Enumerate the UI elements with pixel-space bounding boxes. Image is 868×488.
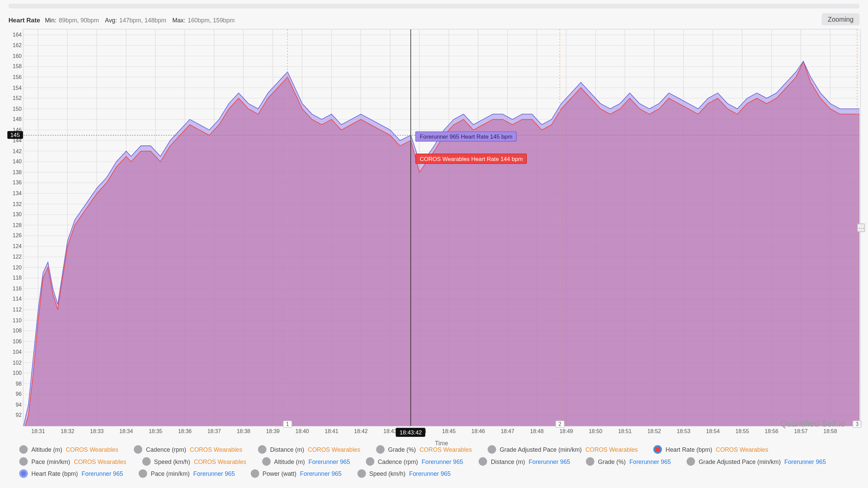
legend-dot-icon <box>357 469 366 478</box>
y-tick-label: 102 <box>13 360 22 366</box>
chart-plot-area[interactable]: 9294969810010210410610811011211411611812… <box>23 29 860 426</box>
legend-item[interactable]: Distance (m) COROS Wearables <box>257 445 361 454</box>
x-tick-label: 18:58 <box>824 428 837 434</box>
cursor-time-badge: 18:43:42 <box>396 428 426 437</box>
legend-dot-icon <box>376 445 384 454</box>
legend-item[interactable]: Power (watt) Forerunner 965 <box>249 469 343 478</box>
y-tick-label: 96 <box>16 391 22 397</box>
legend-metric-label: Heart Rate (bpm) <box>31 470 78 477</box>
legend-item[interactable]: Pace (min/km) COROS Wearables <box>18 457 127 466</box>
legend-item[interactable]: Altitude (m) COROS Wearables <box>18 445 119 454</box>
y-tick-label: 130 <box>13 211 22 218</box>
zoom-mode-button[interactable]: Zooming <box>822 13 860 25</box>
tooltip-forerunner: Forerunner 965 Heart Rate 145 bpm <box>416 131 517 142</box>
y-tick-label: 124 <box>13 243 22 249</box>
legend-source-label: COROS Wearables <box>74 458 126 465</box>
legend-item[interactable]: Grade (%) COROS Wearables <box>375 445 473 454</box>
legend-metric-label: Speed (km/h) <box>369 470 406 477</box>
x-tick-label: 18:41 <box>325 428 338 434</box>
y-tick-label: 92 <box>16 412 22 419</box>
legend-dot-icon <box>586 457 594 466</box>
x-tick-label: 18:42 <box>354 428 368 434</box>
y-tick-label: 156 <box>13 74 22 80</box>
min-value: 89bpm, 90bpm <box>59 17 99 23</box>
y-tick-label: 138 <box>13 169 22 175</box>
legend-source-label: Forerunner 965 <box>409 470 451 477</box>
legend-item[interactable]: Altitude (m) Forerunner 965 <box>261 457 351 466</box>
legend-source-label: COROS Wearables <box>194 458 246 465</box>
y-tick-label: 134 <box>13 190 22 197</box>
legend-dot-icon <box>488 445 496 454</box>
x-tick-label: 18:49 <box>559 428 573 434</box>
x-tick-label: 18:46 <box>471 428 485 434</box>
y-tick-label: 104 <box>13 349 22 355</box>
legend-source-label: COROS Wearables <box>585 446 638 453</box>
legend-metric-label: Grade Adjusted Pace (min/km) <box>500 446 582 453</box>
avg-label: Avg: <box>105 17 117 23</box>
x-tick-label: 18:36 <box>178 428 192 434</box>
x-tick-label: 18:55 <box>735 428 749 434</box>
legend-dot-icon <box>142 457 151 466</box>
x-tick-label: 18:56 <box>765 428 778 434</box>
x-tick-label: 18:53 <box>677 428 690 434</box>
legend-item[interactable]: Grade Adjusted Pace (min/km) COROS Weara… <box>487 445 639 454</box>
legend-dot-icon <box>19 445 28 454</box>
legend-source-label: Forerunner 965 <box>193 470 235 477</box>
legend-dot-icon <box>258 445 267 454</box>
x-tick-label: 18:31 <box>32 428 45 434</box>
legend-item[interactable]: Pace (min/km) Forerunner 965 <box>138 469 236 478</box>
y-tick-label: 152 <box>13 95 22 101</box>
lap-marker-label: 1 <box>283 421 292 428</box>
x-tick-label: 18:54 <box>706 428 719 434</box>
x-tick-label: 18:50 <box>589 428 602 434</box>
y-tick-label: 148 <box>13 116 22 122</box>
right-edge-handle[interactable]: ⋯ <box>859 29 861 426</box>
y-tick-label: 98 <box>16 381 22 387</box>
legend-source-label: Forerunner 965 <box>309 458 350 465</box>
y-tick-label: 140 <box>13 159 22 165</box>
y-tick-label: 122 <box>13 254 22 260</box>
legend-item[interactable]: Grade Adjusted Pace (min/km) Forerunner … <box>685 457 827 466</box>
x-tick-label: 18:37 <box>208 428 221 434</box>
x-tick-label: 18:47 <box>501 428 514 434</box>
legend-metric-label: Distance (m) <box>491 458 525 465</box>
legend-item[interactable]: Cadence (rpm) COROS Wearables <box>133 445 243 454</box>
legend-dot-icon <box>139 469 147 478</box>
y-tick-label: 160 <box>13 53 22 59</box>
legend-metric-label: Altitude (m) <box>31 446 62 453</box>
x-tick-label: 18:34 <box>119 428 133 434</box>
chart-svg <box>23 29 860 426</box>
x-axis: 18:3118:3218:3318:3418:3518:3618:3718:38… <box>23 428 860 437</box>
legend-metric-label: Speed (km/h) <box>154 458 190 465</box>
y-tick-label: 164 <box>13 32 22 38</box>
legend-source-label: Forerunner 965 <box>300 470 342 477</box>
y-tick-label: 112 <box>13 307 22 313</box>
legend-item[interactable]: Cadence (rpm) Forerunner 965 <box>364 457 464 466</box>
x-tick-label: 18:45 <box>442 428 456 434</box>
x-tick-label: 18:40 <box>295 428 309 434</box>
y-tick-label: 94 <box>16 402 22 408</box>
legend-metric-label: Heart Rate (bpm) <box>666 446 712 453</box>
legend-dot-icon <box>262 457 271 466</box>
tooltip-coros: COROS Wearables Heart Rate 144 bpm <box>416 154 527 164</box>
y-tick-label: 150 <box>13 106 22 112</box>
legend-item[interactable]: Speed (km/h) COROS Wearables <box>141 457 248 466</box>
avg-value: 147bpm, 148bpm <box>119 17 166 23</box>
legend-item[interactable]: Speed (km/h) Forerunner 965 <box>356 469 452 478</box>
legend-source-label: COROS Wearables <box>66 446 118 453</box>
legend-item[interactable]: Distance (m) Forerunner 965 <box>478 457 572 466</box>
watermark: Quantified-Self.io <box>781 419 845 428</box>
y-tick-label: 100 <box>13 370 22 376</box>
max-value: 160bpm, 159bpm <box>188 17 235 23</box>
legend-item[interactable]: Heart Rate (bpm) Forerunner 965 <box>18 469 124 478</box>
max-label: Max: <box>172 17 185 23</box>
x-tick-label: 18:57 <box>794 428 808 434</box>
x-tick-label: 18:33 <box>90 428 104 434</box>
y-tick-label: 114 <box>13 296 22 302</box>
legend-metric-label: Distance (m) <box>270 446 304 453</box>
legend-item[interactable]: Heart Rate (bpm) COROS Wearables <box>652 445 769 454</box>
legend-item[interactable]: Grade (%) Forerunner 965 <box>585 457 672 466</box>
horizontal-scrollbar[interactable] <box>8 4 860 8</box>
legend-dot-icon <box>687 457 695 466</box>
y-tick-label: 106 <box>13 338 22 344</box>
